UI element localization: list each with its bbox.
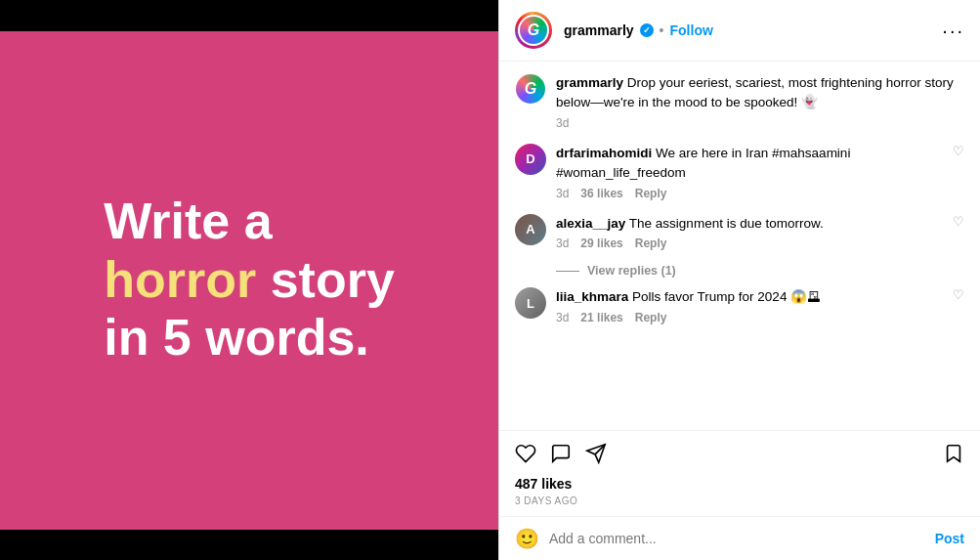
post-header: G grammarly ✓ • Follow ··· xyxy=(499,0,980,62)
more-options-button[interactable]: ··· xyxy=(942,20,964,42)
comment-username-3[interactable]: liia_khmara xyxy=(556,289,628,304)
comment-text-3: liia_khmara Polls favor Trump for 2024 😱… xyxy=(556,289,821,304)
comment-icon[interactable] xyxy=(550,443,572,468)
comment-username-1[interactable]: drfarimahomidi xyxy=(556,146,652,160)
add-comment-bar: 🙂 Post xyxy=(499,516,980,560)
comment-likes-2: 29 likes xyxy=(580,237,622,250)
text-line2: story xyxy=(271,251,395,308)
comment-time-1: 3d xyxy=(556,187,569,200)
comment-likes-1: 36 likes xyxy=(580,187,622,200)
emoji-button[interactable]: 🙂 xyxy=(515,527,539,550)
comment-item-2: A alexia__jay The assignment is due tomo… xyxy=(515,214,964,251)
comment-time-3: 3d xyxy=(556,311,569,324)
text-line3: in 5 words. xyxy=(104,309,369,366)
comment-content-1: drfarimahomidi We are here in Iran #mahs… xyxy=(556,144,943,200)
grammarly-avatar: G xyxy=(520,17,547,44)
comment-item-3: L liia_khmara Polls favor Trump for 2024… xyxy=(515,287,964,324)
actions-bar: 487 likes 3 DAYS AGO xyxy=(499,430,980,516)
comment-body-3: Polls favor Trump for 2024 😱🗳 xyxy=(632,289,821,304)
caption-time: 3d xyxy=(556,116,569,130)
caption-grammarly-logo: G xyxy=(517,75,544,103)
caption-content: grammarly Drop your eeriest, scariest, m… xyxy=(556,73,964,130)
post-image: Write a horror story in 5 words. xyxy=(0,31,498,530)
header-info: grammarly ✓ • Follow xyxy=(564,22,942,38)
text-horror: horror xyxy=(104,251,256,308)
comment-likes-3: 21 likes xyxy=(580,311,622,324)
post-comment-button[interactable]: Post xyxy=(935,531,964,546)
caption-meta: 3d xyxy=(556,116,964,130)
comment-content-3: liia_khmara Polls favor Trump for 2024 😱… xyxy=(556,287,943,324)
header-username[interactable]: grammarly xyxy=(564,22,634,38)
likes-count: 487 likes xyxy=(515,476,964,492)
comments-section: G grammarly Drop your eeriest, scariest,… xyxy=(499,62,980,430)
view-replies-1[interactable]: View replies (1) xyxy=(556,264,964,278)
post-image-panel: Write a horror story in 5 words. xyxy=(0,0,498,560)
caption-avatar[interactable]: G xyxy=(515,73,546,105)
like-icon[interactable] xyxy=(515,443,536,468)
comment-heart-2[interactable]: ♡ xyxy=(953,214,964,229)
comment-avatar-3[interactable]: L xyxy=(515,287,546,319)
caption-username[interactable]: grammarly xyxy=(556,75,623,90)
post-date: 3 DAYS AGO xyxy=(515,495,964,506)
comment-reply-btn-3[interactable]: Reply xyxy=(635,311,667,324)
comment-avatar-2[interactable]: A xyxy=(515,214,546,245)
follow-button[interactable]: Follow xyxy=(670,22,713,38)
comment-item-1: D drfarimahomidi We are here in Iran #ma… xyxy=(515,144,964,200)
comment-meta-1: 3d 36 likes Reply xyxy=(556,187,943,200)
view-replies-text: View replies (1) xyxy=(587,264,676,278)
comment-reply-btn-2[interactable]: Reply xyxy=(635,237,667,250)
post-caption-item: G grammarly Drop your eeriest, scariest,… xyxy=(515,73,964,130)
action-icons-row xyxy=(515,439,964,472)
caption-initial: G xyxy=(525,80,536,98)
post-detail-panel: G grammarly ✓ • Follow ··· G grammarly D… xyxy=(498,0,980,560)
view-replies-line xyxy=(556,271,579,272)
comment-input[interactable] xyxy=(549,531,925,546)
comment-heart-3[interactable]: ♡ xyxy=(953,287,964,302)
comment-text-2: alexia__jay The assignment is due tomorr… xyxy=(556,216,824,231)
avatar-ring[interactable]: G xyxy=(515,12,552,49)
share-icon[interactable] xyxy=(585,443,607,468)
comment-heart-1[interactable]: ♡ xyxy=(953,144,964,158)
text-line1: Write a xyxy=(104,193,272,249)
comment-meta-2: 3d 29 likes Reply xyxy=(556,237,943,250)
bookmark-icon[interactable] xyxy=(943,443,964,468)
caption-text: grammarly Drop your eeriest, scariest, m… xyxy=(556,75,954,109)
avatar-inner: G xyxy=(518,15,549,46)
comment-body-2: The assignment is due tomorrow. xyxy=(629,216,824,231)
comment-time-2: 3d xyxy=(556,237,569,250)
comment-avatar-1[interactable]: D xyxy=(515,144,546,175)
dot-separator: • xyxy=(660,22,664,38)
grammarly-initial: G xyxy=(528,22,539,39)
verified-icon: ✓ xyxy=(640,23,654,37)
comment-meta-3: 3d 21 likes Reply xyxy=(556,311,943,324)
post-overlay-text: Write a horror story in 5 words. xyxy=(104,193,395,367)
comment-username-2[interactable]: alexia__jay xyxy=(556,216,625,231)
comment-reply-btn-1[interactable]: Reply xyxy=(635,187,667,200)
comment-text-1: drfarimahomidi We are here in Iran #mahs… xyxy=(556,146,850,180)
comment-content-2: alexia__jay The assignment is due tomorr… xyxy=(556,214,943,251)
